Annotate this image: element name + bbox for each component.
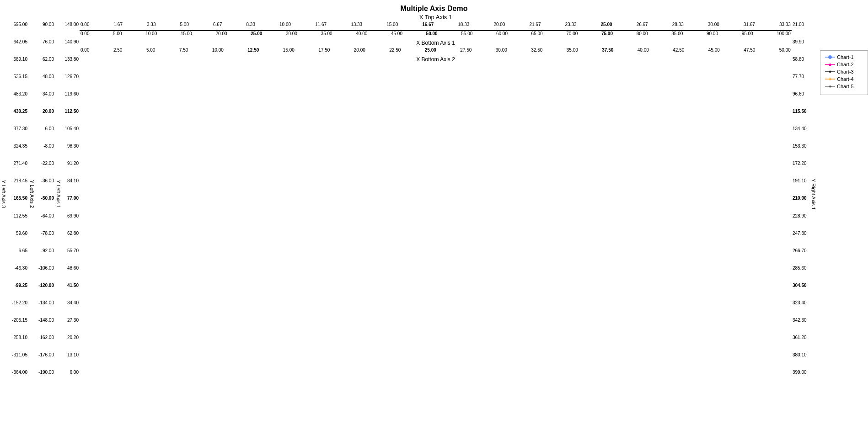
x-bottom-axis-2: 0.00 2.50 5.00 7.50 10.00 12.50 15.00 17… bbox=[80, 48, 792, 56]
legend-item-chart3: Chart-3 bbox=[825, 69, 863, 74]
page-container: Multiple Axis Demo Y Left Axis 3 695.00 … bbox=[0, 0, 868, 430]
y-left-axis-2-label: Y Left Axis 2 bbox=[28, 14, 36, 375]
chart-title: Multiple Axis Demo bbox=[401, 5, 468, 13]
legend-item-chart1: Chart-1 bbox=[825, 54, 863, 60]
legend-item-chart4: Chart-4 bbox=[825, 76, 863, 82]
y-left-axis-3-label: Y Left Axis 3 bbox=[0, 14, 7, 375]
y-right-axis-1: 21.00 39.90 58.80 77.70 96.60 115.50 134… bbox=[792, 14, 810, 375]
x-top-axis-label: X Top Axis 1 bbox=[80, 14, 792, 22]
y-left-axis-3: 695.00 642.05 589.10 536.15 483.20 430.2… bbox=[7, 14, 28, 375]
y-left-axis-1: 148.00 140.90 133.80 126.70 119.60 112.5… bbox=[62, 14, 80, 375]
x-bottom-axis-1-label: X Bottom Axis 1 bbox=[80, 40, 792, 47]
legend-item-chart5: Chart-5 bbox=[825, 84, 863, 89]
y-left-axis-2: 90.00 76.00 62.00 48.00 34.00 20.00 6.00… bbox=[36, 14, 55, 375]
y-left-axis-1-label: Y Left Axis 1 bbox=[55, 14, 62, 375]
svg-marker-190 bbox=[829, 70, 831, 73]
chart-main: X Top Axis 1 0.00 1.67 3.33 5.00 6.67 8.… bbox=[80, 14, 792, 64]
x-bottom-axis-1: 0.00 5.00 10.00 15.00 20.00 25.00 30.00 … bbox=[80, 31, 792, 39]
legend-item-chart2: Chart-2 bbox=[825, 62, 863, 67]
plot-area: .grid-line { stroke: #aaa; stroke-width:… bbox=[80, 30, 792, 31]
svg-point-186 bbox=[829, 56, 832, 59]
x-bottom-axis-2-label: X Bottom Axis 2 bbox=[80, 56, 792, 64]
x-top-axis: 0.00 1.67 3.33 5.00 6.67 8.33 10.00 11.6… bbox=[80, 22, 792, 30]
legend: Chart-1 Chart-2 Chart-3 bbox=[820, 50, 868, 95]
y-right-axis-1-label: Y Right Axis 1 bbox=[810, 14, 817, 375]
